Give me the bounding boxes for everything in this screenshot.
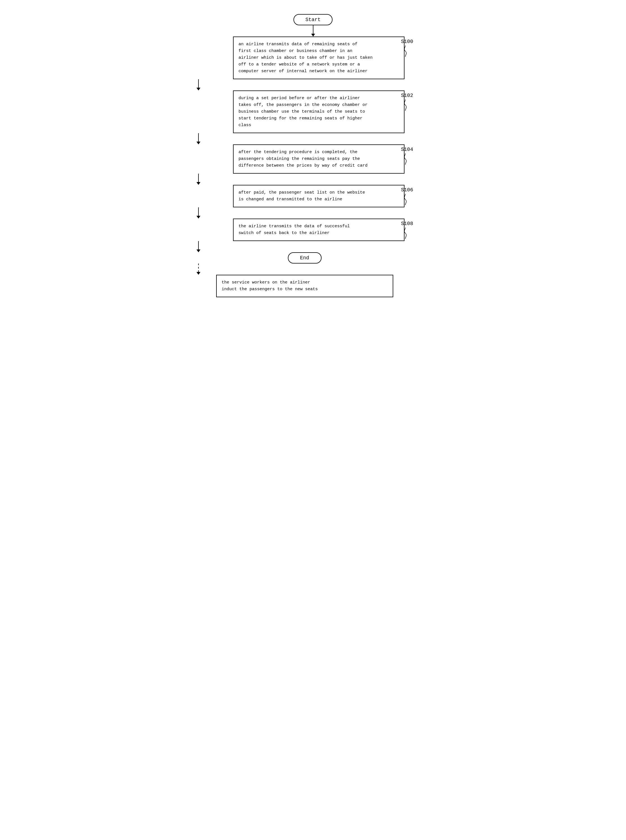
step-s104-annotation: S104	[401, 144, 413, 165]
squiggle-s102	[401, 100, 410, 111]
arrow-2	[197, 133, 200, 144]
arrow-line	[313, 25, 313, 34]
squiggle-s106	[401, 194, 410, 205]
arrow-0	[311, 25, 315, 36]
arrow-head-2	[197, 142, 200, 144]
start-terminal: Start	[293, 14, 332, 25]
flowchart: Start an airline transmits data of remai…	[213, 14, 413, 297]
step-s108-text: the airline transmits the data of succes…	[239, 224, 350, 236]
step-s100-block: an airline transmits data of remaining s…	[213, 36, 413, 79]
step-s102-box: during a set period before or after the …	[233, 91, 404, 133]
step-s108-area: the airline transmits the data of succes…	[222, 219, 399, 241]
step-s100-annotation: S100	[401, 36, 413, 57]
arrow-3	[197, 173, 200, 185]
arrow-head	[311, 34, 315, 36]
squiggle-s100	[401, 45, 410, 57]
step-s102-label: S102	[401, 93, 413, 98]
step-s106-block: after paid, the passenger seat list on t…	[213, 185, 413, 207]
step-s102-text: during a set period before or after the …	[239, 96, 368, 128]
step-s102-annotation: S102	[401, 91, 413, 111]
step-s108-block: the airline transmits the data of succes…	[213, 219, 413, 241]
step-s102-block: during a set period before or after the …	[213, 91, 413, 133]
squiggle-s108	[401, 228, 410, 239]
arrow-1	[197, 79, 200, 91]
step-s106-label: S106	[401, 187, 413, 193]
end-terminal-wrapper: End	[288, 252, 322, 264]
step-s104-box: after the tendering procedure is complet…	[233, 144, 404, 173]
final-box-wrapper: the service workers on the airliner indu…	[216, 275, 393, 297]
step-s108-box: the airline transmits the data of succes…	[233, 219, 404, 241]
step-s106-text: after paid, the passenger seat list on t…	[239, 190, 365, 202]
end-terminal: End	[288, 252, 322, 264]
step-s104-area: after the tendering procedure is complet…	[222, 144, 399, 173]
arrow-line-5	[198, 241, 199, 250]
squiggle-s104	[401, 153, 410, 165]
step-s106-annotation: S106	[401, 185, 413, 205]
arrow-line-1	[198, 79, 199, 87]
step-s106-area: after paid, the passenger seat list on t…	[222, 185, 399, 207]
arrow-head-4	[197, 216, 200, 219]
step-s100-text: an airline transmits data of remaining s…	[239, 42, 373, 73]
arrow-head-5	[197, 250, 200, 252]
arrow-line-4	[198, 207, 199, 216]
step-s100-box: an airline transmits data of remaining s…	[233, 36, 404, 79]
step-s104-block: after the tendering procedure is complet…	[213, 144, 413, 173]
step-s108-annotation: S108	[401, 219, 413, 239]
arrow-head-6	[197, 272, 200, 275]
step-s104-text: after the tendering procedure is complet…	[239, 150, 368, 168]
step-s100-label: S100	[401, 39, 413, 44]
step-s106-box: after paid, the passenger seat list on t…	[233, 185, 404, 207]
step-s102-area: during a set period before or after the …	[222, 91, 399, 133]
step-s108-label: S108	[401, 221, 413, 226]
arrow-line-dashed	[198, 264, 199, 272]
arrow-4	[197, 207, 200, 219]
arrow-line-2	[198, 133, 199, 142]
arrow-line-3	[198, 173, 199, 182]
page-container: Start an airline transmits data of remai…	[208, 6, 419, 306]
arrow-head-3	[197, 182, 200, 185]
arrow-6-dashed	[197, 264, 200, 275]
arrow-5	[197, 241, 200, 252]
step-s100-area: an airline transmits data of remaining s…	[222, 36, 399, 79]
arrow-head-1	[197, 87, 200, 91]
step-s104-label: S104	[401, 147, 413, 152]
final-box: the service workers on the airliner indu…	[216, 275, 393, 297]
final-box-text: the service workers on the airliner indu…	[222, 280, 318, 292]
